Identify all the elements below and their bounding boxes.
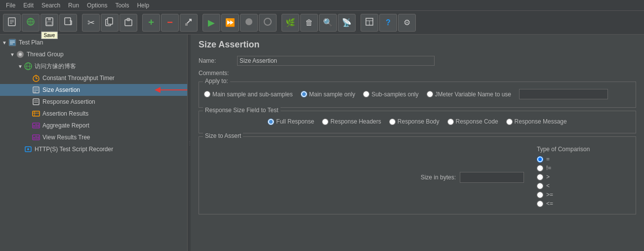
tree-panel: ▼ Test Plan ▼ Thread Group ▼ 访问方缘的博客: [0, 35, 188, 251]
name-input[interactable]: [237, 56, 435, 66]
comparison-not-equals-radio[interactable]: [537, 165, 543, 171]
comparison-lt[interactable]: <: [537, 182, 631, 189]
apply-jmeter-var-radio[interactable]: [427, 91, 433, 97]
clear-icon: 🌿: [285, 18, 295, 27]
comparison-gte-radio[interactable]: [537, 192, 543, 198]
shutdown-icon: [263, 17, 272, 28]
response-code-radio[interactable]: [447, 119, 454, 125]
menu-edit[interactable]: Edit: [19, 1, 38, 10]
comments-row: Comments:: [191, 68, 644, 79]
apply-sub-only[interactable]: Sub-samples only: [363, 91, 418, 98]
search-icon: 🔍: [323, 18, 333, 27]
response-body-radio[interactable]: [389, 119, 396, 125]
tree-item-test-plan[interactable]: ▼ Test Plan: [0, 37, 187, 48]
size-assert-title: Size to Assert: [203, 132, 243, 139]
templates-button[interactable]: [361, 14, 378, 32]
comparison-gt[interactable]: >: [537, 173, 631, 180]
remote-button[interactable]: 📡: [338, 14, 356, 32]
start-button[interactable]: ▶: [202, 14, 220, 32]
menu-options[interactable]: Options: [83, 1, 111, 10]
response-size-field-title: Response Size Field to Test: [203, 107, 281, 114]
size-in-bytes-input[interactable]: [460, 172, 524, 183]
svg-rect-55: [36, 136, 37, 139]
shutdown-button[interactable]: [259, 14, 277, 32]
add-button[interactable]: +: [142, 14, 160, 32]
copy-icon: [105, 17, 114, 28]
tree-item-response-assertion[interactable]: Response Assertion: [0, 96, 187, 108]
size-in-bytes-label: Size in bytes:: [421, 174, 456, 181]
svg-rect-46: [33, 111, 40, 116]
tree-item-assertion-results[interactable]: Assertion Results: [0, 108, 187, 120]
action-icon: [184, 17, 193, 28]
search-button[interactable]: 🔍: [319, 14, 337, 32]
right-panel: Size Assertion Name: Comments: Apply to:…: [191, 35, 644, 251]
response-body-option[interactable]: Response Body: [389, 118, 440, 125]
clear-button[interactable]: 🌿: [282, 14, 299, 32]
remove-button[interactable]: −: [161, 14, 179, 32]
response-size-options: Full Response Response Headers Response …: [204, 115, 631, 128]
comparison-area: Type of Comparison = != >: [532, 146, 631, 209]
apply-jmeter-var-label: JMeter Variable Name to use: [435, 91, 512, 98]
toggle-test-plan[interactable]: ▼: [2, 40, 8, 45]
response-code-option[interactable]: Response Code: [447, 118, 498, 125]
comparison-lte-radio[interactable]: [537, 201, 543, 207]
toggle-thread-group[interactable]: ▼: [10, 52, 16, 57]
cut-button[interactable]: ✂: [82, 14, 100, 32]
http-recorder-icon: [24, 145, 33, 154]
apply-main-only[interactable]: Main sample only: [301, 91, 355, 98]
comparison-gt-radio[interactable]: [537, 174, 543, 180]
tree-item-http-recorder[interactable]: HTTP(S) Test Script Recorder: [0, 143, 187, 155]
settings-icon: ⚙: [403, 18, 410, 27]
tree-item-blog[interactable]: ▼ 访问方缘的博客: [0, 60, 187, 72]
apply-sub-only-radio[interactable]: [363, 91, 369, 97]
apply-jmeter-var[interactable]: JMeter Variable Name to use: [427, 91, 512, 98]
comparison-lt-label: <: [546, 182, 550, 189]
menu-run[interactable]: Run: [64, 1, 83, 10]
response-message-option[interactable]: Response Message: [506, 118, 567, 125]
response-assertion-icon: [32, 97, 40, 106]
menu-search[interactable]: Search: [38, 1, 64, 10]
paste-button[interactable]: [120, 14, 137, 32]
apply-main-only-radio[interactable]: [301, 91, 307, 97]
apply-main-sub[interactable]: Main sample and sub-samples: [204, 91, 293, 98]
tree-item-view-results-tree[interactable]: View Results Tree: [0, 131, 187, 143]
panel-title: Size Assertion: [191, 35, 644, 54]
new-button[interactable]: [3, 14, 21, 32]
stop-icon: [244, 17, 253, 28]
svg-rect-11: [65, 18, 71, 25]
comparison-gte[interactable]: >=: [537, 191, 631, 198]
tree-item-size-assertion[interactable]: Size Assertion: [0, 84, 187, 96]
toggle-blog[interactable]: ▼: [18, 64, 24, 69]
response-headers-radio[interactable]: [322, 119, 328, 125]
tree-item-aggregate-report[interactable]: Aggregate Report: [0, 120, 187, 131]
menu-help[interactable]: Help: [133, 1, 153, 10]
save-as-button[interactable]: [59, 14, 77, 32]
clear-all-button[interactable]: 🗑: [300, 14, 318, 32]
settings-button[interactable]: ⚙: [398, 14, 416, 32]
svg-point-20: [245, 18, 252, 25]
comparison-equals-radio[interactable]: [537, 156, 543, 163]
save-button[interactable]: Save: [40, 14, 58, 32]
action-button[interactable]: [180, 14, 198, 32]
comparison-lt-radio[interactable]: [537, 183, 543, 189]
apply-main-sub-radio[interactable]: [204, 91, 210, 97]
svg-rect-50: [34, 125, 35, 127]
response-message-radio[interactable]: [506, 119, 513, 125]
start-no-pause-button[interactable]: ⏩: [221, 14, 239, 32]
copy-button[interactable]: [101, 14, 119, 32]
svg-rect-56: [38, 136, 39, 139]
comparison-not-equals[interactable]: !=: [537, 165, 631, 171]
menu-file[interactable]: File: [2, 1, 19, 10]
response-headers-option[interactable]: Response Headers: [322, 118, 381, 125]
tree-item-thread-group[interactable]: ▼ Thread Group: [0, 48, 187, 60]
open-button[interactable]: [22, 14, 40, 32]
jmeter-var-input[interactable]: [519, 89, 608, 99]
comparison-lte-label: <=: [546, 200, 553, 207]
stop-button[interactable]: [240, 14, 258, 32]
help-button[interactable]: ?: [379, 14, 397, 32]
full-response-radio[interactable]: [268, 119, 274, 125]
comparison-lte[interactable]: <=: [537, 200, 631, 207]
comparison-equals[interactable]: =: [537, 156, 631, 163]
full-response-option[interactable]: Full Response: [268, 118, 314, 125]
menu-tools[interactable]: Tools: [111, 1, 133, 10]
